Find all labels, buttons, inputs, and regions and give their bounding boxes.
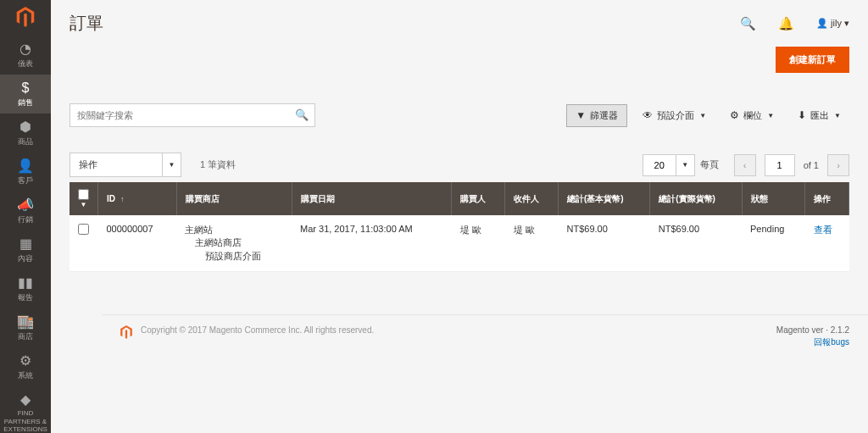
page-size: ▼	[643, 154, 695, 176]
gear-icon: ⚙	[730, 109, 739, 121]
chart-icon: ▮▮	[0, 276, 51, 290]
filter-bar: 🔍 ▼篩選器 👁預設介面▼ ⚙欄位▼ ⬇匯出▼	[70, 103, 849, 127]
notifications-icon[interactable]: 🔔	[778, 16, 794, 31]
col-total-base[interactable]: 總計(基本貨幣)	[559, 182, 650, 215]
copyright: Copyright © 2017 Magento Commerce Inc. A…	[141, 325, 776, 335]
col-recipient[interactable]: 收件人	[505, 182, 559, 215]
search-input[interactable]	[70, 103, 315, 127]
page-title: 訂單	[70, 12, 103, 35]
cell-total-paid: NT$69.00	[650, 215, 742, 272]
cube-icon: ⬢	[0, 120, 51, 134]
chevron-down-icon[interactable]: ▼	[163, 153, 181, 177]
default-view-button[interactable]: 👁預設介面▼	[634, 105, 715, 126]
dashboard-icon: ◔	[0, 42, 51, 56]
col-action: 操作	[805, 182, 849, 215]
nav-reports[interactable]: ▮▮報告	[0, 269, 51, 308]
eye-icon: 👁	[643, 109, 653, 121]
nav-marketing[interactable]: 📣行銷	[0, 192, 51, 230]
nav-dashboard[interactable]: ◔儀表	[0, 36, 51, 75]
chevron-down-icon[interactable]: ▼	[676, 154, 695, 176]
footer: Copyright © 2017 Magento Commerce Inc. A…	[102, 314, 868, 433]
nav-customers[interactable]: 👤客戶	[0, 153, 51, 192]
cell-date: Mar 31, 2017, 11:03:00 AM	[292, 215, 452, 272]
chevron-down-icon[interactable]: ▼	[78, 201, 89, 208]
report-bugs-link[interactable]: 回報bugs	[776, 336, 849, 348]
cell-recipient: 堤 歐	[505, 215, 559, 272]
page-size-input[interactable]	[643, 154, 676, 176]
search-icon[interactable]: 🔍	[740, 16, 756, 31]
page-total: of 1	[804, 160, 819, 170]
per-page-label: 每頁	[700, 158, 719, 171]
cell-total-base: NT$69.00	[559, 215, 650, 272]
col-id[interactable]: ID	[98, 182, 177, 215]
page-input[interactable]	[765, 154, 795, 176]
magento-logo-icon	[120, 325, 132, 341]
columns-button[interactable]: ⚙欄位▼	[721, 105, 782, 126]
main: 訂單 🔍 🔔 👤 jily ▾ 創建新訂單 🔍 ▼篩選器 👁預設介面▼ ⚙欄位▼…	[51, 0, 868, 433]
cell-id: 000000007	[98, 215, 177, 272]
select-all-checkbox[interactable]	[78, 189, 89, 200]
topbar: 訂單 🔍 🔔 👤 jily ▾	[51, 0, 868, 40]
col-store[interactable]: 購買商店	[176, 182, 292, 215]
gear-icon: ⚙	[0, 354, 51, 368]
nav-stores[interactable]: 🏬商店	[0, 308, 51, 347]
nav-system[interactable]: ⚙系統	[0, 347, 51, 386]
layers-icon: ▦	[0, 237, 51, 251]
sidebar: ◔儀表 $銷售 ⬢商品 👤客戶 📣行銷 ▦內容 ▮▮報告 🏬商店 ⚙系統 ◆FI…	[0, 0, 51, 433]
next-page-button[interactable]: ›	[827, 154, 849, 176]
user-menu[interactable]: 👤 jily ▾	[816, 18, 849, 29]
create-order-button[interactable]: 創建新訂單	[776, 47, 849, 73]
person-icon: 👤	[0, 159, 51, 173]
magento-logo	[16, 7, 35, 29]
export-button[interactable]: ⬇匯出▼	[789, 105, 849, 126]
partners-icon: ◆	[0, 393, 51, 407]
records-found: 1 筆資料	[200, 158, 236, 171]
funnel-icon: ▼	[576, 109, 586, 121]
dollar-icon: $	[0, 81, 51, 95]
nav-extensions[interactable]: ◆FIND PARTNERS & EXTENSIONS	[0, 386, 51, 433]
megaphone-icon: 📣	[0, 198, 51, 212]
col-date[interactable]: 購買日期	[292, 182, 452, 215]
nav-products[interactable]: ⬢商品	[0, 114, 51, 153]
col-total-paid[interactable]: 總計(實際貨幣)	[650, 182, 742, 215]
chevron-down-icon: ▼	[834, 112, 841, 119]
bulk-actions-dropdown[interactable]: 操作 ▼	[70, 153, 181, 177]
cell-status: Pending	[742, 215, 805, 272]
nav-sales[interactable]: $銷售	[0, 75, 51, 114]
grid-controls: 操作 ▼ 1 筆資料 ▼ 每頁 ‹ of 1 ›	[70, 153, 849, 177]
orders-table: ▼ ID 購買商店 購買日期 購買人 收件人 總計(基本貨幣) 總計(實際貨幣)…	[70, 182, 849, 272]
cell-buyer: 堤 歐	[452, 215, 505, 272]
chevron-down-icon: ▼	[699, 112, 706, 119]
store-icon: 🏬	[0, 315, 51, 329]
row-checkbox[interactable]	[78, 224, 89, 235]
col-buyer[interactable]: 購買人	[452, 182, 505, 215]
nav-content[interactable]: ▦內容	[0, 230, 51, 269]
download-icon: ⬇	[798, 109, 806, 121]
search-box: 🔍	[70, 103, 315, 127]
table-row[interactable]: 000000007 主網站 主網站商店 預設商店介面 Mar 31, 2017,…	[70, 215, 849, 272]
filters-button[interactable]: ▼篩選器	[566, 104, 627, 127]
prev-page-button[interactable]: ‹	[734, 154, 756, 176]
view-link[interactable]: 查看	[814, 225, 832, 235]
cell-store: 主網站 主網站商店 預設商店介面	[176, 215, 292, 272]
pager: ‹ of 1 ›	[734, 154, 849, 176]
search-submit-icon[interactable]: 🔍	[295, 108, 309, 121]
chevron-down-icon: ▼	[767, 112, 774, 119]
version-label: Magento ver · 2.1.2	[776, 325, 849, 335]
col-checkbox: ▼	[70, 182, 98, 215]
col-status[interactable]: 狀態	[742, 182, 805, 215]
